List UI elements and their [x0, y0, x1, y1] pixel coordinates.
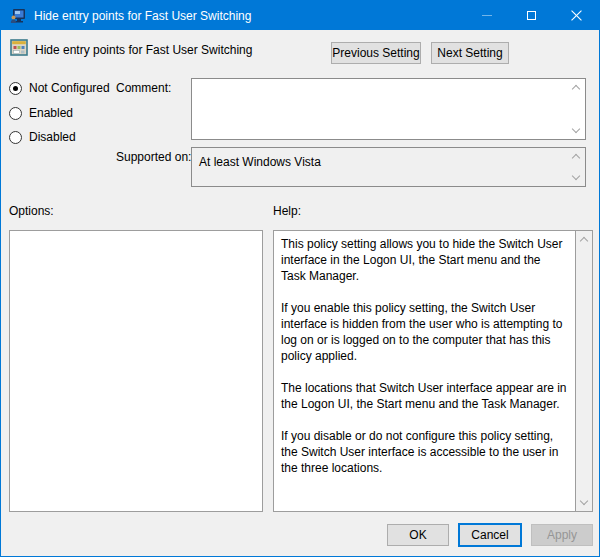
radio-enabled[interactable]: Enabled — [9, 106, 73, 120]
ok-button[interactable]: OK — [387, 524, 449, 546]
policy-title: Hide entry points for Fast User Switchin… — [35, 43, 252, 57]
previous-setting-button[interactable]: Previous Setting — [331, 42, 421, 64]
policy-dialog-window: Hide entry points for Fast User Switchin… — [0, 0, 600, 557]
supported-on-box: At least Windows Vista — [191, 147, 586, 187]
minimize-icon — [482, 15, 492, 16]
radio-circle — [9, 131, 22, 144]
radio-label: Not Configured — [29, 81, 110, 95]
help-text: This policy setting allows you to hide t… — [274, 231, 575, 511]
scroll-down-icon[interactable] — [572, 126, 580, 134]
minimize-button[interactable] — [464, 1, 509, 30]
options-panel — [9, 230, 263, 512]
radio-circle — [9, 82, 22, 95]
help-panel: This policy setting allows you to hide t… — [273, 230, 593, 512]
help-paragraph: This policy setting allows you to hide t… — [281, 236, 568, 284]
titlebar[interactable]: Hide entry points for Fast User Switchin… — [1, 1, 599, 30]
next-setting-button[interactable]: Next Setting — [431, 42, 509, 64]
supported-on-value: At least Windows Vista — [199, 155, 321, 169]
close-button[interactable] — [554, 1, 599, 30]
radio-circle — [9, 107, 22, 120]
comment-label: Comment: — [116, 81, 171, 95]
maximize-icon — [527, 11, 536, 20]
window-title: Hide entry points for Fast User Switchin… — [34, 9, 251, 23]
close-icon — [571, 10, 582, 21]
caption-buttons — [464, 1, 599, 30]
radio-label: Disabled — [29, 130, 76, 144]
scroll-down-icon[interactable] — [572, 173, 580, 181]
radio-disabled[interactable]: Disabled — [9, 130, 76, 144]
help-label: Help: — [273, 204, 301, 218]
radio-not-configured[interactable]: Not Configured — [9, 81, 110, 95]
radio-label: Enabled — [29, 106, 73, 120]
maximize-button[interactable] — [509, 1, 554, 30]
help-paragraph: The locations that Switch User interface… — [281, 380, 568, 412]
cancel-button[interactable]: Cancel — [459, 524, 521, 546]
options-label: Options: — [9, 204, 54, 218]
radio-selected-dot — [13, 86, 18, 91]
apply-button[interactable]: Apply — [531, 524, 593, 546]
scroll-up-icon[interactable] — [572, 153, 580, 161]
policy-setting-icon — [10, 39, 28, 57]
help-scrollbar[interactable] — [575, 231, 592, 511]
scroll-down-icon[interactable] — [580, 498, 588, 506]
scroll-up-icon[interactable] — [572, 84, 580, 92]
scroll-up-icon[interactable] — [580, 236, 588, 244]
help-paragraph: If you disable or do not configure this … — [281, 428, 568, 476]
computer-user-icon — [10, 8, 26, 24]
help-paragraph: If you enable this policy setting, the S… — [281, 300, 568, 364]
supported-on-label: Supported on: — [116, 150, 191, 164]
comment-input[interactable] — [191, 78, 586, 140]
